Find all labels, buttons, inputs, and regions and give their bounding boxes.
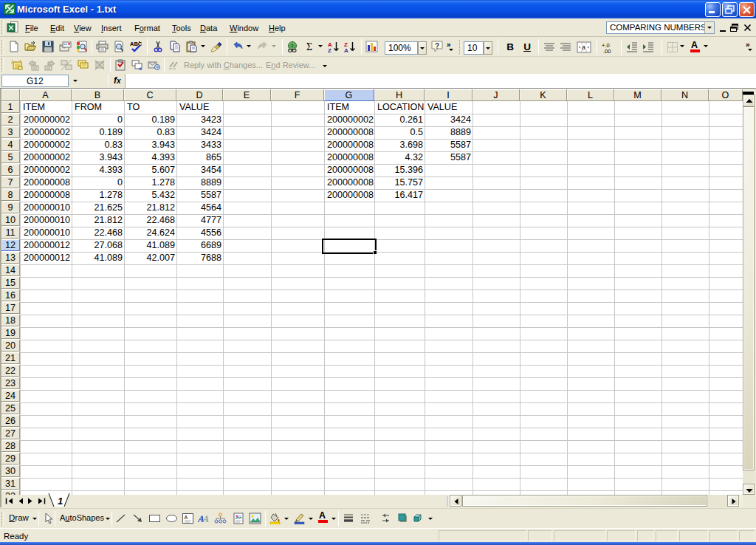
svg-text:?: ? bbox=[435, 42, 439, 50]
svg-text:A: A bbox=[202, 513, 210, 524]
svg-text:1: 1 bbox=[58, 496, 63, 507]
svg-text:A: A bbox=[344, 47, 348, 53]
svg-text:A: A bbox=[185, 515, 188, 520]
svg-text:.00: .00 bbox=[603, 48, 611, 54]
svg-text:a: a bbox=[582, 44, 585, 51]
svg-text:Σ: Σ bbox=[306, 41, 312, 52]
svg-text:Z: Z bbox=[328, 47, 331, 53]
